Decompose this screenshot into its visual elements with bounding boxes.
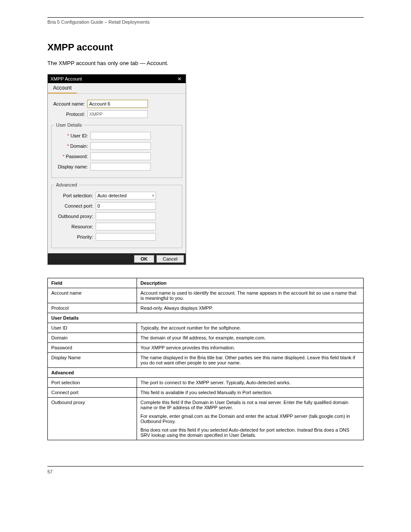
footer-page-number: 57 <box>47 469 53 474</box>
section-title: XMPP account <box>47 42 364 53</box>
password-label: * Password: <box>54 154 90 159</box>
close-icon[interactable]: ✕ <box>175 76 183 82</box>
advanced-legend: Advanced <box>54 182 79 187</box>
section-intro: The XMPP account has only one tab — Acco… <box>47 60 364 66</box>
user-details-legend: User Details <box>54 122 84 128</box>
account-name-label: Account name: <box>51 101 87 106</box>
domain-label: * Domain: <box>54 143 90 149</box>
ok-button[interactable]: OK <box>134 255 154 263</box>
user-details-group: User Details * User ID: * Domain: * Pass… <box>51 122 182 178</box>
connect-port-label: Connect port: <box>54 203 96 208</box>
table-row: Display Name The name displayed in the B… <box>48 353 364 368</box>
resource-input[interactable] <box>96 223 156 230</box>
table-row: Password Your XMPP service provides this… <box>48 343 364 353</box>
port-selection-select[interactable] <box>96 192 156 199</box>
table-row: Port selection The port to connect to th… <box>48 378 364 388</box>
table-row: Outbound proxy Complete this field if th… <box>48 398 364 440</box>
table-row: Account name Account name is used to ide… <box>48 288 364 303</box>
table-row: User ID Typically, the account number fo… <box>48 323 364 333</box>
user-id-input[interactable] <box>90 132 151 140</box>
outbound-proxy-input[interactable] <box>96 212 156 220</box>
resource-label: Resource: <box>54 224 96 229</box>
account-name-input[interactable] <box>87 100 148 108</box>
doc-header: Bria 5 Configuration Guide – Retail Depl… <box>47 19 364 25</box>
table-row: Domain The domain of your IM address, fo… <box>48 333 364 343</box>
port-selection-label: Port selection: <box>54 193 96 198</box>
th-field: Field <box>48 278 137 288</box>
domain-input[interactable] <box>90 142 151 150</box>
table-row: Protocol Read-only. Always displays XMPP… <box>48 303 364 313</box>
user-id-label: * User ID: <box>54 133 90 138</box>
protocol-label: Protocol: <box>51 112 87 117</box>
display-name-label: Display name: <box>54 164 90 169</box>
table-section-row: User Details <box>48 313 364 323</box>
outbound-proxy-label: Outbound proxy: <box>54 214 96 219</box>
priority-input[interactable] <box>96 233 156 241</box>
th-description: Description <box>137 278 364 288</box>
cancel-button[interactable]: Cancel <box>156 255 184 263</box>
table-section-row: Advanced <box>48 368 364 378</box>
priority-label: Priority: <box>54 234 96 240</box>
display-name-input[interactable] <box>90 163 151 171</box>
password-input[interactable] <box>90 152 151 160</box>
field-description-table: Field Description Account name Account n… <box>47 278 364 440</box>
advanced-group: Advanced Port selection: ▾ Connect port:… <box>51 182 182 248</box>
xmpp-account-dialog: XMPP Account ✕ Account Account name: Pro… <box>47 74 186 265</box>
connect-port-input[interactable] <box>96 202 156 210</box>
tab-account[interactable]: Account <box>48 83 77 93</box>
protocol-input <box>87 110 148 118</box>
table-row: Connect port This field is available if … <box>48 388 364 398</box>
dialog-title: XMPP Account <box>50 76 82 81</box>
